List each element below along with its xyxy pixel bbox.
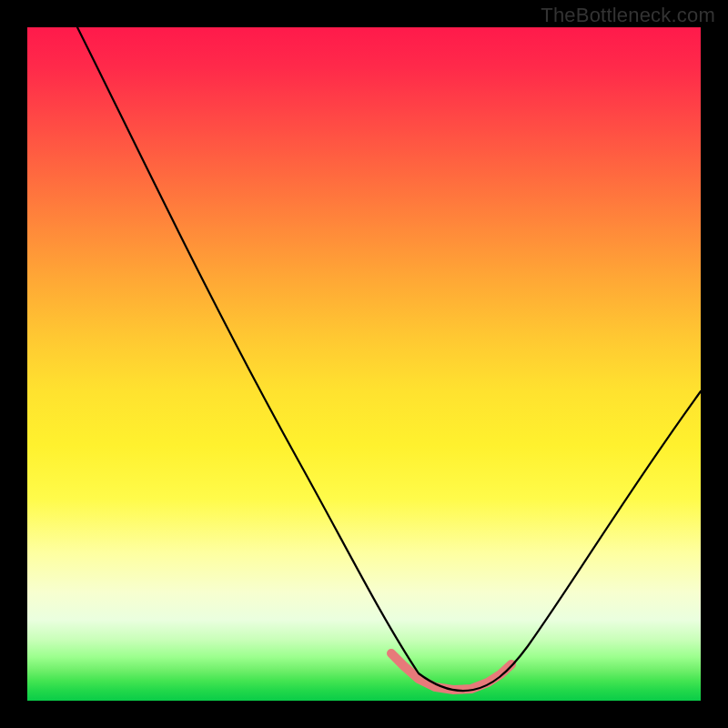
curve-svg (27, 27, 701, 701)
chart-frame: TheBottleneck.com (0, 0, 728, 728)
watermark-text: TheBottleneck.com (541, 4, 715, 27)
curve-line (77, 27, 701, 691)
plot-area (27, 27, 701, 701)
